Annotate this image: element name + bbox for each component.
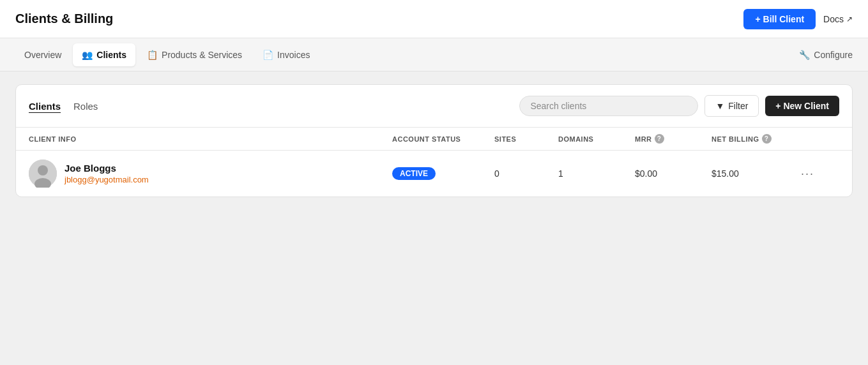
domains-cell: 1 [558,168,635,179]
mrr-help-icon[interactable]: ? [655,134,664,144]
mrr-cell: $0.00 [635,168,712,179]
col-mrr: MRR ? [635,134,712,144]
tab-clients-label: Clients [96,50,126,60]
svg-point-1 [38,165,48,175]
page-header: Clients & Billing + Bill Client Docs ↗ [0,0,868,38]
row-more-button[interactable]: ··· [801,167,814,181]
net-billing-help-icon[interactable]: ? [762,134,772,144]
clients-toolbar: Clients Roles ▼ Filter + New Client [16,85,852,128]
external-link-icon: ↗ [846,15,853,24]
tab-clients[interactable]: 👥 Clients [73,43,135,66]
configure-icon: 🔧 [799,50,810,60]
avatar-svg [29,160,57,188]
row-actions-cell: ··· [801,167,839,181]
clients-tab-clients[interactable]: Clients [29,101,61,112]
nav-bar: Overview 👥 Clients 📋 Products & Services… [0,38,868,71]
tab-overview-label: Overview [24,50,61,60]
header-actions: + Bill Client Docs ↗ [743,9,853,29]
col-actions [801,134,839,144]
configure-label: Configure [814,50,853,60]
col-account-status: ACCOUNT STATUS [392,134,494,144]
col-domains: DOMAINS [558,134,635,144]
filter-icon: ▼ [715,101,724,111]
account-status-cell: ACTIVE [392,167,494,180]
avatar [29,160,57,188]
table-row: Joe Bloggs jblogg@yugotmail.com ACTIVE 0… [16,151,852,197]
tab-invoices[interactable]: 📄 Invoices [254,43,319,66]
col-client-info: CLIENT INFO [29,134,392,144]
page-wrapper: Clients & Billing + Bill Client Docs ↗ O… [0,0,868,365]
clients-table: CLIENT INFO ACCOUNT STATUS SITES DOMAINS… [16,128,852,197]
products-icon: 📋 [147,50,158,60]
client-info-cell: Joe Bloggs jblogg@yugotmail.com [29,160,392,188]
tab-overview[interactable]: Overview [15,43,70,66]
clients-sub-tabs: Clients Roles [29,101,98,112]
net-billing-cell: $15.00 [712,168,801,179]
clients-tab-roles[interactable]: Roles [73,101,98,112]
filter-button[interactable]: ▼ Filter [704,95,759,117]
docs-button[interactable]: Docs ↗ [823,14,853,24]
tab-products-services[interactable]: 📋 Products & Services [138,43,251,66]
configure-button[interactable]: 🔧 Configure [799,50,853,60]
page-title: Clients & Billing [15,11,113,26]
new-client-button[interactable]: + New Client [765,96,839,116]
toolbar-right: ▼ Filter + New Client [519,95,839,117]
tab-invoices-label: Invoices [277,50,310,60]
client-email: jblogg@yugotmail.com [65,175,149,184]
status-badge: ACTIVE [392,167,436,180]
search-input[interactable] [519,96,698,116]
filter-label: Filter [728,101,748,111]
sites-cell: 0 [494,168,558,179]
table-header: CLIENT INFO ACCOUNT STATUS SITES DOMAINS… [16,128,852,151]
main-content: Clients Roles ▼ Filter + New Client [0,71,868,210]
col-net-billing: NET BILLING ? [712,134,801,144]
tab-products-services-label: Products & Services [162,50,242,60]
bill-client-button[interactable]: + Bill Client [743,9,816,29]
nav-tabs: Overview 👥 Clients 📋 Products & Services… [15,38,319,71]
clients-icon: 👥 [82,50,93,60]
client-name: Joe Bloggs [65,163,149,174]
clients-card: Clients Roles ▼ Filter + New Client [15,84,853,197]
col-sites: SITES [494,134,558,144]
invoices-icon: 📄 [263,50,273,60]
client-details: Joe Bloggs jblogg@yugotmail.com [65,163,149,184]
